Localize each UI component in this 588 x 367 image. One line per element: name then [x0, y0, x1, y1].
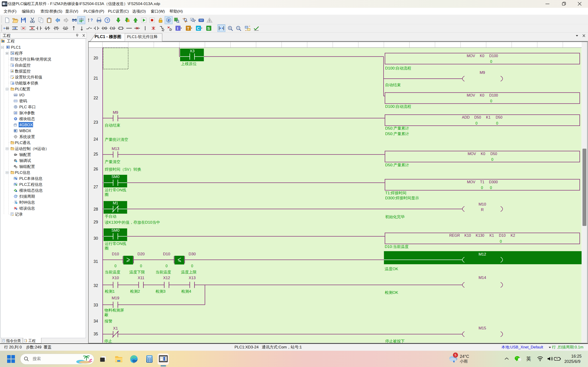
svg-text:X13: X13 [189, 276, 195, 280]
svg-text:32: 32 [94, 283, 98, 288]
svg-text:M1: M1 [113, 201, 118, 205]
svg-text:D100:自动流程: D100:自动流程 [385, 66, 411, 70]
svg-text:34: 34 [94, 319, 98, 323]
svg-text:27: 27 [94, 185, 98, 189]
svg-text:I: I [177, 26, 178, 31]
svg-text:圈: 圈 [105, 192, 109, 197]
svg-text:0: 0 [191, 264, 193, 268]
svg-text:0: 0 [476, 121, 477, 125]
svg-text:D50: D50 [496, 115, 502, 119]
svg-text:检测2: 检测2 [130, 289, 140, 294]
svg-text:读K130中的值，存放在D10当中: 读K130中的值，存放在D10当中 [104, 220, 160, 225]
svg-text:+: + [3, 26, 5, 30]
svg-text:SM0: SM0 [111, 175, 120, 179]
svg-text:M19: M19 [112, 296, 119, 300]
svg-text:M12: M12 [478, 252, 486, 257]
svg-text:检测4: 检测4 [181, 289, 191, 294]
svg-text:D100: D100 [489, 93, 498, 97]
svg-text:检测3: 检测3 [156, 289, 165, 294]
svg-text:K10: K10 [464, 234, 471, 237]
svg-text:MOV: MOV [468, 152, 476, 156]
svg-text:i: i [16, 178, 17, 180]
svg-text:28: 28 [94, 207, 98, 211]
svg-text:I/O: I/O [15, 94, 17, 96]
svg-text:M13: M13 [112, 147, 119, 151]
svg-text:产量清空: 产量清空 [105, 160, 120, 164]
svg-text:?: ? [106, 18, 108, 22]
svg-text:D20: D20 [137, 252, 145, 256]
svg-text:停止: 停止 [104, 339, 112, 343]
svg-text:D100: D100 [489, 54, 498, 58]
svg-text:D300:焊接时间显示: D300:焊接时间显示 [385, 196, 419, 200]
svg-text:M15: M15 [478, 326, 486, 330]
svg-text:26: 26 [94, 167, 98, 171]
svg-text:D50:产量累计: D50:产量累计 [385, 132, 409, 136]
svg-text:25: 25 [94, 152, 98, 156]
svg-text:温度下限: 温度下限 [129, 270, 145, 274]
svg-text:S: S [112, 27, 114, 30]
svg-text:报警: 报警 [104, 319, 112, 323]
svg-text:?: ? [90, 18, 93, 22]
svg-text:20: 20 [94, 56, 98, 60]
svg-text:0: 0 [114, 264, 116, 268]
svg-text:C: C [197, 26, 199, 31]
svg-text:X12: X12 [163, 276, 170, 280]
svg-text:D30: D30 [189, 252, 196, 256]
svg-text:X10: X10 [112, 276, 119, 280]
svg-text:23: 23 [94, 120, 98, 125]
svg-text:31: 31 [94, 259, 98, 264]
svg-text:K1: K1 [486, 115, 491, 119]
svg-text:T1:焊接时间: T1:焊接时间 [385, 191, 406, 195]
svg-text:检测1: 检测1 [105, 289, 115, 294]
svg-text:K0: K0 [480, 54, 484, 58]
svg-text:物料检测屏: 物料检测屏 [104, 308, 124, 312]
svg-text:D10:当前温度: D10:当前温度 [385, 244, 409, 249]
svg-text:温度上限: 温度上限 [181, 270, 197, 274]
svg-text:REGR: REGR [449, 234, 460, 237]
svg-text:自动结束: 自动结束 [105, 123, 120, 127]
svg-text:K2: K2 [510, 234, 515, 237]
svg-text:0: 0 [166, 264, 168, 268]
svg-text:运行常ON线: 运行常ON线 [105, 188, 126, 192]
svg-text:X11: X11 [138, 276, 145, 280]
svg-text:焊接时间（SV）转换: 焊接时间（SV）转换 [105, 167, 141, 172]
svg-text:T1: T1 [480, 180, 484, 184]
svg-text:圈: 圈 [105, 246, 109, 250]
svg-text:22: 22 [94, 96, 98, 100]
svg-text:S: S [207, 26, 210, 31]
svg-text:M14: M14 [478, 275, 486, 280]
svg-text:R: R [104, 27, 106, 30]
svg-text:0: 0 [481, 186, 483, 190]
svg-text:X3: X3 [190, 49, 195, 53]
svg-text:MOV: MOV [467, 54, 475, 58]
svg-text:手自动: 手自动 [105, 214, 116, 219]
svg-text:当前温度: 当前温度 [156, 270, 171, 274]
svg-text:D10: D10 [112, 252, 119, 256]
svg-text:初始化完毕: 初始化完毕 [385, 215, 405, 219]
svg-text:K0: K0 [481, 152, 485, 156]
svg-text:V: V [13, 83, 14, 85]
svg-text:检测OK: 检测OK [385, 290, 398, 295]
svg-text:运行常ON线: 运行常ON线 [105, 242, 126, 246]
svg-text:K0: K0 [480, 93, 484, 97]
svg-text:产量统计清空: 产量统计清空 [105, 137, 128, 142]
svg-text:0: 0 [490, 186, 492, 190]
svg-text:24: 24 [94, 137, 98, 142]
svg-text:MOV: MOV [467, 93, 475, 97]
svg-text:停止被按下: 停止被按下 [385, 339, 405, 343]
svg-text:0: 0 [490, 99, 492, 103]
svg-text:上模原位: 上模原位 [181, 62, 197, 66]
svg-text:R: R [481, 208, 484, 212]
svg-text:D50: D50 [474, 115, 481, 119]
svg-text:D50: D50 [490, 152, 497, 156]
svg-text:自动结束: 自动结束 [385, 83, 401, 87]
svg-text:T: T [187, 26, 190, 31]
svg-text:30: 30 [94, 236, 98, 241]
svg-text:0: 0 [496, 121, 498, 125]
svg-text:29: 29 [94, 220, 98, 224]
svg-text:D300: D300 [489, 180, 498, 184]
svg-text:D50:产量累计: D50:产量累计 [385, 126, 409, 131]
svg-text:33: 33 [94, 303, 98, 307]
svg-text:0: 0 [490, 60, 492, 64]
svg-text:温度OK: 温度OK [385, 267, 398, 271]
